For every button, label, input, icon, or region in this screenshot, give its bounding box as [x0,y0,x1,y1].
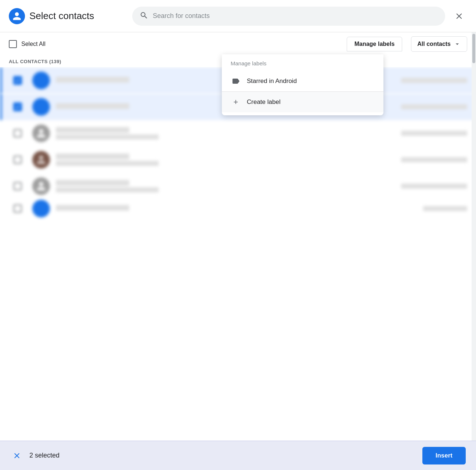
starred-in-android-label: Starred in Android [247,77,297,85]
dropdown-title: Manage labels [222,54,383,71]
contact-extra [401,157,467,162]
contact-extra [401,104,467,109]
close-icon [454,11,464,21]
footer-close-icon [12,451,21,460]
all-contacts-dropdown[interactable]: All contacts [411,36,467,52]
scrollbar-track[interactable] [472,32,476,441]
contact-checkbox-area[interactable] [9,200,26,217]
check-icon [15,77,21,83]
contact-avatar [32,98,50,116]
person-icon [9,8,25,24]
contact-email [56,161,159,166]
contact-name [56,103,129,109]
avatar-icon [36,181,46,191]
contact-name [56,153,129,159]
contact-avatar [32,124,50,142]
footer-close-button[interactable] [10,449,24,462]
main-content: Select All Manage labels All contacts Ma… [0,32,476,441]
footer: 2 selected Insert [0,441,476,470]
contact-email [56,134,159,140]
contact-row[interactable] [0,199,476,218]
contact-extra [401,78,467,83]
selected-count: 2 selected [29,452,416,459]
selected-indicator [0,94,2,120]
contact-row[interactable] [0,120,476,147]
contact-info [56,153,395,166]
contact-checkbox[interactable] [14,205,22,213]
search-icon [140,11,148,21]
chevron-down-icon [454,40,461,48]
toolbar: Select All Manage labels All contacts Ma… [0,32,476,56]
contact-avatar [32,151,50,169]
page-title: Select contacts [29,10,94,22]
close-button[interactable] [451,8,467,24]
contact-name [56,127,129,133]
search-bar[interactable] [132,7,445,26]
contact-checkbox-area[interactable] [9,72,26,89]
contact-extra [401,184,467,189]
contact-name [56,205,129,211]
contact-name [56,77,129,83]
avatar-icon [36,128,46,138]
contact-checkbox[interactable] [14,182,22,190]
contact-name [56,180,129,186]
contact-checkbox-area[interactable] [9,124,26,142]
contact-checkbox-checked [13,76,22,85]
contact-extra [401,131,467,136]
manage-labels-button[interactable]: Manage labels [347,37,402,51]
select-all-area[interactable]: Select All [9,40,46,48]
contact-checkbox-area[interactable] [9,151,26,169]
contact-extra [423,206,467,211]
select-all-checkbox[interactable] [9,40,17,48]
contact-avatar [32,200,50,217]
create-label-text: Create label [247,98,281,106]
contact-checkbox-checked [13,102,22,111]
scrollbar-thumb[interactable] [472,34,475,63]
all-contacts-label: All contacts [417,41,451,47]
label-svg [231,77,240,86]
check-icon [15,104,21,110]
contact-info [56,127,395,140]
avatar-icon [36,155,46,165]
dialog-header: Select contacts [0,0,476,32]
person-svg [12,11,22,21]
contact-info [56,180,395,192]
contact-checkbox[interactable] [14,156,22,164]
contact-checkbox-area[interactable] [9,98,26,116]
contact-info [56,205,417,212]
manage-labels-dropdown: Manage labels Starred in Android + Creat… [222,54,383,115]
starred-in-android-item[interactable]: Starred in Android [222,71,383,91]
contact-email [56,187,159,192]
plus-icon: + [231,97,241,107]
section-label: ALL CONTACTS (139) [9,59,61,64]
select-all-label: Select All [21,41,46,47]
contact-checkbox-area[interactable] [9,177,26,195]
search-input[interactable] [153,12,438,20]
insert-button[interactable]: Insert [422,447,466,464]
title-area: Select contacts [9,8,126,24]
selected-indicator [0,67,2,94]
label-icon [231,76,241,86]
contact-checkbox[interactable] [14,129,22,137]
contact-avatar [32,177,50,195]
contact-row[interactable] [0,173,476,199]
contact-list [0,67,476,441]
create-label-item[interactable]: + Create label [222,91,383,112]
contact-row[interactable] [0,147,476,173]
contact-avatar [32,72,50,89]
